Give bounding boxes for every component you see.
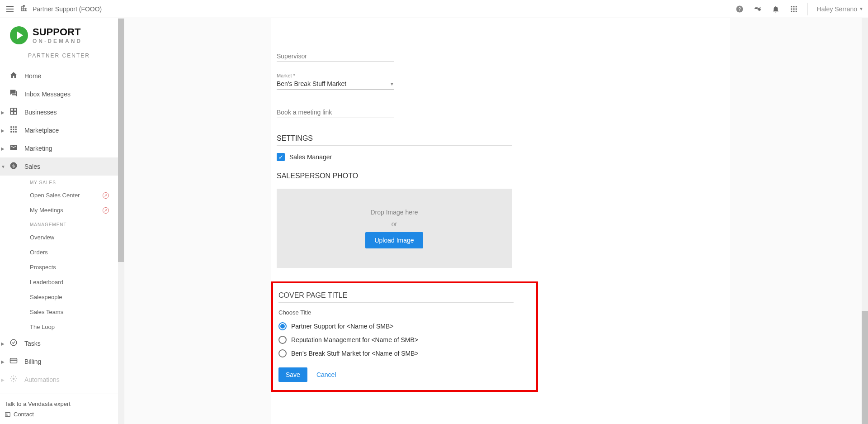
sales-manager-checkbox[interactable]: ✓ [277,153,285,161]
radio-icon[interactable] [278,349,287,357]
content-scrollbar[interactable] [862,18,868,424]
sales-icon: $ [9,162,18,172]
svg-rect-7 [795,8,797,10]
footer-expert[interactable]: Talk to a Vendasta expert [5,399,113,409]
sidebar-scrollbar[interactable] [118,18,124,424]
nav-label: Orders [30,249,48,256]
svg-rect-10 [795,10,797,12]
main-wrap: SUPPORT ON·DEMAND PARTNER CENTER Home In… [0,18,868,424]
nav-automations[interactable]: ▶ Automations [0,371,118,389]
book-link-input[interactable] [277,106,394,118]
nav-label: Inbox Messages [24,91,71,98]
sidebar-container: SUPPORT ON·DEMAND PARTNER CENTER Home In… [0,18,124,424]
settings-heading: SETTINGS [277,134,512,146]
expand-icon: ▶ [1,110,5,115]
footer-contact[interactable]: Contact [5,409,113,419]
svg-text:$: $ [12,163,15,168]
nav-subhead-mysales: MY SALES [0,176,118,188]
svg-point-22 [10,339,17,346]
svg-rect-19 [15,131,17,133]
svg-point-27 [6,413,7,414]
nav-my-meetings[interactable]: My Meetings [0,203,118,218]
caret-down-icon: ▼ [859,6,863,11]
user-menu[interactable]: Haley Serrano ▼ [817,5,863,13]
book-link-field[interactable] [277,106,394,118]
radio-option-2[interactable]: Reputation Management for <Name of SMB> [278,336,531,344]
upload-image-button[interactable]: Upload Image [365,232,423,248]
svg-rect-14 [10,129,12,130]
nav-leaderboard[interactable]: Leaderboard [0,275,118,290]
loop-icon[interactable] [753,5,762,14]
nav-label: Home [24,72,41,80]
billing-icon [9,357,18,367]
nav-tasks[interactable]: ▶ Tasks [0,334,118,353]
businesses-icon [9,107,18,117]
radio-icon[interactable] [278,336,287,344]
bell-icon[interactable] [771,5,780,14]
external-icon [103,207,109,214]
nav-home[interactable]: Home [0,67,118,85]
nav-label: Marketing [24,145,52,152]
radio-option-3[interactable]: Ben's Break Stuff Market for <Name of SM… [278,349,531,357]
nav-marketing[interactable]: ▶ Marketing [0,139,118,157]
help-icon[interactable]: ? [735,5,744,14]
marketplace-icon [9,125,18,135]
nav-overview[interactable]: Overview [0,230,118,245]
topbar-divider [807,3,808,15]
sidebar-footer: Talk to a Vendasta expert Contact [0,394,118,424]
nav-sales-teams[interactable]: Sales Teams [0,305,118,319]
chevron-down-icon: ▼ [390,81,394,86]
nav-businesses[interactable]: ▶ Businesses [0,103,118,121]
photo-dropzone[interactable]: Drop Image here or Upload Image [277,189,512,268]
nav-label: Sales [24,163,40,170]
expand-icon: ▶ [1,146,5,151]
nav-label: Open Sales Center [30,192,80,199]
content: Market * Ben's Break Stuff Market ▼ SETT… [124,18,868,424]
partner-center-label: PARTNER CENTER [0,48,118,67]
radio-label: Reputation Management for <Name of SMB> [291,336,418,343]
market-field[interactable]: Market * Ben's Break Stuff Market ▼ [277,78,394,90]
apps-icon[interactable] [789,5,798,14]
nav-the-loop[interactable]: The Loop [0,319,118,334]
nav-prospects[interactable]: Prospects [0,260,118,275]
external-icon [103,192,109,199]
drop-or: or [392,220,397,228]
logo-block: SUPPORT ON·DEMAND [0,18,118,48]
nav-label: Leaderboard [30,279,63,286]
cancel-button[interactable]: Cancel [316,371,336,378]
svg-rect-24 [10,360,17,361]
supervisor-field[interactable] [277,50,394,62]
nav-sales[interactable]: ▼ $ Sales [0,157,118,176]
svg-rect-11 [10,126,12,128]
nav-orders[interactable]: Orders [0,245,118,260]
inbox-icon [9,89,18,99]
supervisor-input[interactable] [277,50,394,62]
radio-option-1[interactable]: Partner Support for <Name of SMB> [278,322,531,330]
svg-rect-3 [793,6,794,7]
home-icon [9,71,18,81]
market-select[interactable]: Ben's Break Stuff Market ▼ [277,78,394,90]
radio-icon[interactable] [278,322,287,330]
nav-salespeople[interactable]: Salespeople [0,290,118,305]
nav-billing[interactable]: ▶ Billing [0,353,118,371]
logo-sub: ON·DEMAND [33,38,82,44]
nav-label: Businesses [24,109,57,116]
nav-label: The Loop [30,324,55,330]
save-button[interactable]: Save [278,367,307,382]
menu-icon[interactable] [5,4,15,14]
sales-manager-row[interactable]: ✓ Sales Manager [277,153,512,161]
svg-rect-18 [13,131,14,133]
svg-rect-16 [15,129,17,130]
sidebar: SUPPORT ON·DEMAND PARTNER CENTER Home In… [0,18,118,424]
nav-label: Sales Teams [30,309,63,315]
svg-rect-12 [13,126,14,128]
expand-icon: ▶ [1,359,5,364]
radio-label: Ben's Break Stuff Market for <Name of SM… [291,350,419,357]
nav-open-sales-center[interactable]: Open Sales Center [0,188,118,203]
nav-inbox[interactable]: Inbox Messages [0,85,118,103]
svg-rect-26 [5,412,10,416]
logo-main: SUPPORT [33,26,82,38]
topbar: Partner Support (FOOO) ? Haley Serrano ▼ [0,0,868,18]
svg-rect-6 [793,8,794,10]
nav-marketplace[interactable]: ▶ Marketplace [0,121,118,139]
